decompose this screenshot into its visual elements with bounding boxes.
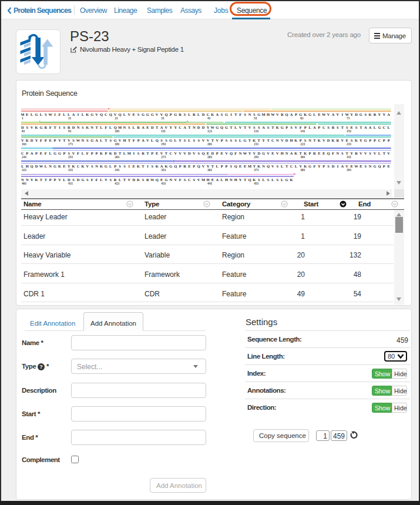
- svg-text:?: ?: [39, 364, 43, 370]
